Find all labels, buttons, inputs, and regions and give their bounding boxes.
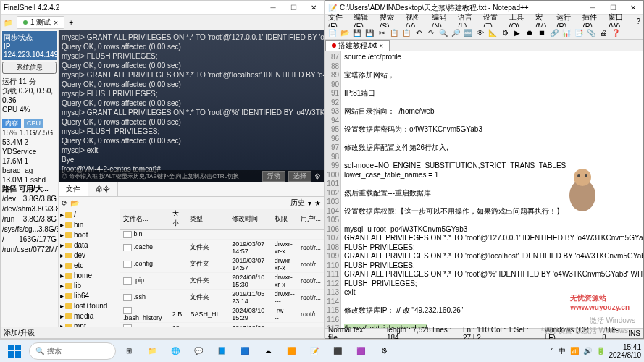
menubar[interactable]: 文件(F)编辑(E)搜索(S)视图(V)编码(N)语言(L)设置(T)工具(O)… [325, 15, 643, 27]
table-row[interactable]: .pip文件夹2024/08/10 15:30drwxr-xr-xroot/r.… [120, 272, 324, 289]
toolbar-icon[interactable]: 📂 [339, 28, 351, 39]
toolbar-icon[interactable]: 💾 [364, 28, 375, 39]
history-dropdown-icon[interactable]: ▾ [308, 199, 311, 207]
toolbar-icon[interactable]: 👁 [474, 28, 486, 39]
notepadpp-taskbar-icon[interactable]: 📝 [304, 341, 325, 361]
toolbar-icon[interactable]: ↷ [425, 28, 437, 39]
tree-item-home[interactable]: ▸ home [60, 271, 118, 281]
select-button[interactable]: 选择 [288, 171, 311, 182]
toolbar-icon[interactable]: 📎 [585, 28, 597, 39]
close-button[interactable]: ✕ [306, 2, 321, 14]
tree-item-/[interactable]: ▸ / [60, 210, 118, 220]
terminal-hint: ◎ 命令输入框,按ALT键显示历史,TAB键补全,向上复制,双击CTRL切换 [62, 172, 259, 180]
toolbar-icon[interactable]: ✂ [376, 28, 388, 39]
toolbar-icon[interactable]: 💾 [351, 28, 363, 39]
app4-icon[interactable]: 🟧 [281, 341, 301, 361]
tree-item-lost+found[interactable]: ▸ lost+found [60, 301, 118, 311]
start-button[interactable] [3, 341, 26, 361]
table-row[interactable]: .cache文件夹2019/03/07 14:57drwxr-xr-xroot/… [120, 239, 324, 256]
finalshell-taskbar-icon[interactable]: ⬛ [327, 341, 348, 361]
toolbar-icon[interactable]: 🔎 [450, 28, 461, 39]
notepadpp-title: C:\Users\ADMIN\Desktop\天之禁\搭建教程.txt - No… [340, 3, 529, 13]
toolbar-icon[interactable]: ▶ [511, 28, 523, 39]
toolbar-icon[interactable]: 📊 [561, 28, 572, 39]
gear-icon[interactable]: ⚙ [314, 172, 321, 180]
tree-item-bin[interactable]: ▸ bin [60, 220, 118, 230]
minimize-button[interactable]: ─ [266, 2, 280, 14]
toolbar-icon[interactable]: ⏹ [536, 28, 548, 39]
toolbar-icon[interactable]: 🔤 [462, 28, 474, 39]
app5-icon[interactable]: 🟪 [351, 341, 371, 361]
sync-status[interactable]: 同步状态 [4, 33, 55, 43]
file-table[interactable]: 文件名...大小类型修改时间权限用户/... bin .cache文件夹2019… [120, 209, 324, 327]
toolbar-icon[interactable]: 🔗 [548, 28, 560, 39]
table-row[interactable]: .ssh文件夹2019/11/05 23:14drwxr-----root/r.… [120, 289, 324, 306]
toolbar-icon[interactable]: ⚙ [499, 28, 511, 39]
menu-item[interactable]: ? [636, 17, 640, 25]
session-tab[interactable]: 1 测试× [17, 16, 64, 29]
toolbar[interactable]: 📄📂💾💾✂📋📋↶↷🔍🔎🔤👁📐⚙▶⏺⏹🔗📊📑📎🖨❓ [325, 27, 643, 40]
language-indicator[interactable]: 中 [559, 346, 566, 356]
app2-icon[interactable]: 🟦 [235, 341, 255, 361]
tree-item-etc[interactable]: ▸ etc [60, 261, 118, 271]
document-tab[interactable]: 搭建教程.txt× [325, 40, 390, 51]
tree-item-mnt[interactable]: ▸ mnt [60, 321, 118, 327]
toolbar-icon[interactable]: 📄 [327, 28, 338, 39]
tree-item-lib[interactable]: ▸ lib [60, 281, 118, 291]
svg-point-3 [585, 174, 587, 177]
maximize-button[interactable]: ☐ [286, 2, 301, 14]
tree-item-dev[interactable]: ▸ dev [60, 251, 118, 261]
finalshell-statusbar[interactable]: 添加/升级 [1, 327, 324, 338]
app6-icon[interactable]: ⚙ [374, 341, 394, 361]
toolbar-icon[interactable]: ⏺ [524, 28, 535, 39]
tree-item-data[interactable]: ▸ data [60, 240, 118, 251]
sync-icon[interactable]: ⟳ [62, 199, 67, 207]
toolbar-icon[interactable]: ❓ [610, 28, 622, 39]
finalshell-titlebar: FinalShell 4.2.4.2 ─ ☐ ✕ [1, 1, 324, 15]
toolbar-icon[interactable]: 📋 [388, 28, 400, 39]
toolbar-icon[interactable]: 🔍 [438, 28, 449, 39]
file-toolbar: ⟳ 📂 历史 ▾ ★ [59, 197, 324, 209]
folder-icon[interactable]: 📁 [4, 19, 12, 27]
toolbar-icon[interactable]: 📑 [573, 28, 585, 39]
edge-icon[interactable]: 🌐 [165, 341, 185, 361]
finalshell-window: FinalShell 4.2.4.2 ─ ☐ ✕ 📁 1 测试× + 同步状态 … [0, 0, 325, 339]
search-box[interactable]: 🔍搜索 [29, 342, 116, 360]
toolbar-icon[interactable]: 📐 [487, 28, 498, 39]
float-button[interactable]: 浮动 [262, 171, 285, 182]
finalshell-sidebar: 同步状态 IP 124.223.104.149 系统信息 运行 11 分 负载 … [1, 30, 59, 182]
volume-icon[interactable]: 🔊 [583, 347, 592, 355]
taskbar[interactable]: 🔍搜索 ⊞ 📁 🌐 💬 📘 🟦 ☁ 🟧 📝 ⬛ 🟪 ⚙ ˄ 中 📶 🔊 🔋 15… [0, 339, 644, 362]
explorer-icon[interactable]: 📁 [142, 341, 162, 361]
add-tab-button[interactable]: + [69, 19, 73, 27]
table-row[interactable]: .bash_history2 BBASH_HI...2024/08/10 15:… [120, 306, 324, 323]
watermark: 无忧资源站 www.wuyouzy.cn [570, 293, 630, 311]
file-tab[interactable]: 文件 [59, 182, 88, 196]
cmd-tab[interactable]: 命令 [88, 182, 118, 196]
toolbar-icon[interactable]: ↶ [413, 28, 425, 39]
clock[interactable]: 15:41 2024/8/10 [609, 343, 642, 359]
tree-item-lib64[interactable]: ▸ lib64 [60, 291, 118, 301]
terminal[interactable]: mysql> GRANT ALL PRIVILEGES ON *.* TO 'r… [59, 30, 324, 182]
battery-icon[interactable]: 🔋 [596, 347, 605, 355]
table-row[interactable]: bin [120, 230, 324, 240]
app3-icon[interactable]: ☁ [258, 341, 278, 361]
sysinfo-button[interactable]: 系统信息 [2, 62, 57, 74]
ip-label: IP 124.223.104.149 [4, 43, 55, 59]
system-tray[interactable]: ˄ 中 📶 🔊 🔋 15:41 2024/8/10 [551, 343, 642, 359]
tree-item-boot[interactable]: ▸ boot [60, 230, 118, 240]
chevron-up-icon[interactable]: ˄ [551, 347, 554, 355]
app1-icon[interactable]: 📘 [212, 341, 232, 361]
tree-item-media[interactable]: ▸ media [60, 311, 118, 321]
finalshell-title: FinalShell 4.2.4.2 [4, 4, 59, 12]
wifi-icon[interactable]: 📶 [570, 347, 579, 355]
toolbar-icon[interactable]: 📋 [401, 28, 412, 39]
line-gutter: 8788899091929394959697989910010110210310… [325, 51, 341, 328]
bookmark-icon[interactable]: ★ [314, 199, 321, 207]
table-row[interactable]: .config文件夹2019/03/07 14:57drwxr-xr-xroot… [120, 256, 324, 272]
wechat-icon[interactable]: 💬 [188, 341, 209, 361]
toolbar-icon[interactable]: 🖨 [598, 28, 609, 39]
task-view-icon[interactable]: ⊞ [119, 341, 139, 361]
file-tree[interactable]: ▸ /▸ bin▸ boot▸ data▸ dev▸ etc▸ home▸ li… [59, 209, 120, 327]
folder-open-icon[interactable]: 📂 [70, 199, 79, 207]
